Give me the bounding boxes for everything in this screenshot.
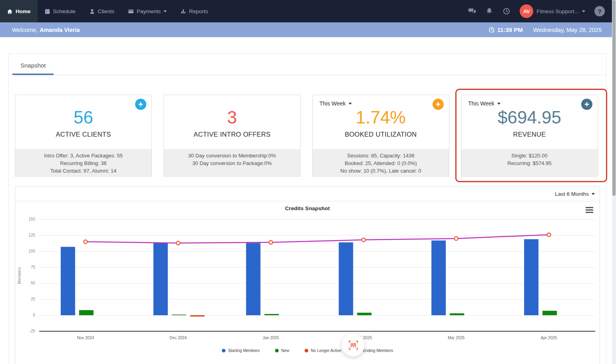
tab-bar: Snapshot — [9, 54, 606, 75]
period-label: This Week — [319, 100, 346, 107]
chart-body: Credits Snapshot 1501251007550250-25Memb… — [15, 201, 600, 364]
legend-item[interactable]: New — [275, 348, 289, 353]
top-navbar: Home Schedule Clients Payments Reports — [0, 0, 616, 22]
svg-text:150: 150 — [28, 217, 35, 221]
barcode-icon — [347, 339, 359, 351]
card-footer: Intro Offer: 3, Active Packages: 55 Recu… — [15, 149, 152, 176]
chevron-down-icon — [592, 193, 595, 195]
svg-text:-25: -25 — [30, 329, 36, 333]
footer-line: Intro Offer: 3, Active Packages: 55 — [15, 152, 152, 159]
stat-value: 1.74% — [356, 109, 406, 126]
svg-text:Apr 2025: Apr 2025 — [541, 336, 557, 340]
svg-text:Dec 2024: Dec 2024 — [169, 336, 187, 340]
range-selector-dropdown[interactable]: Last 6 Months — [555, 191, 595, 197]
history-button[interactable] — [502, 7, 510, 15]
plus-icon — [138, 101, 144, 107]
nav-item-home[interactable]: Home — [0, 0, 38, 22]
legend-dot — [305, 349, 308, 352]
card-top: 56 ACTIVE CLIENTS — [15, 95, 152, 149]
legend-label: Starting Members — [228, 348, 260, 353]
stat-label: BOOKED UTILIZATION — [345, 131, 417, 138]
card-footer: Single: $120.00 Recurring: $574.95 — [461, 149, 598, 176]
plus-icon — [435, 101, 441, 107]
add-button[interactable] — [581, 99, 592, 110]
period-dropdown[interactable]: This Week — [468, 100, 500, 107]
svg-text:75: 75 — [31, 265, 36, 269]
stat-value: 3 — [227, 109, 237, 126]
chat-icon — [468, 7, 476, 15]
plus-icon — [584, 101, 590, 107]
stat-label: REVENUE — [513, 131, 546, 138]
nav-item-label: Schedule — [53, 8, 76, 14]
person-icon — [89, 8, 95, 14]
period-dropdown[interactable]: This Week — [319, 100, 352, 107]
nav-item-label: Reports — [189, 8, 208, 14]
footer-line: 30 Day conversion to Membership:0% — [164, 152, 300, 159]
stat-label: ACTIVE INTRO OFFERS — [193, 131, 271, 138]
footer-line: Sessions: 85, Capacity: 1436 — [313, 152, 449, 159]
footer-line: Recurring Billing: 36 — [15, 159, 152, 167]
welcome-message: Welcome, Amanda Vieria — [12, 27, 80, 33]
nav-item-schedule[interactable]: Schedule — [38, 0, 82, 22]
card-top: This Week 1.74% BOOKED UTILIZATION — [313, 95, 449, 149]
messages-button[interactable] — [468, 7, 476, 15]
help-button[interactable]: ? — [594, 6, 605, 16]
chart-legend: Starting MembersNewNo Longer ActiveEndin… — [15, 348, 600, 353]
chevron-down-icon — [497, 103, 500, 105]
chart-header: Last 6 Months — [15, 187, 600, 201]
nav-actions: AV Fitness Support... ? — [468, 0, 616, 22]
notifications-button[interactable] — [485, 7, 493, 15]
scanner-badge-button[interactable] — [342, 334, 365, 356]
datetime-group: 11:39 PM Wednesday, May 28, 2025 — [488, 26, 602, 33]
svg-text:100: 100 — [28, 249, 35, 253]
legend-dot — [275, 349, 279, 352]
chart-menu-button[interactable] — [586, 207, 593, 213]
greeting-text: Welcome, — [12, 27, 38, 33]
bell-icon — [485, 7, 493, 15]
scrollbar-thumb[interactable] — [612, 0, 616, 196]
nav-item-payments[interactable]: Payments — [121, 0, 173, 22]
current-date: Wednesday, May 28, 2025 — [533, 27, 602, 33]
card-footer: 30 Day conversion to Membership:0% 30 Da… — [164, 149, 300, 176]
footer-line: Recurring: $574.95 — [461, 159, 598, 167]
tab-snapshot[interactable]: Snapshot — [12, 56, 54, 75]
nav-item-label: Payments — [137, 8, 161, 14]
welcome-bar: Welcome, Amanda Vieria 11:39 PM Wednesda… — [0, 22, 616, 37]
active-intro-offers-card: 3 ACTIVE INTRO OFFERS 30 Day conversion … — [163, 95, 301, 177]
clock-icon — [502, 7, 510, 15]
add-button[interactable] — [433, 99, 444, 110]
legend-item[interactable]: No Longer Active — [305, 348, 341, 353]
chevron-down-icon — [163, 10, 167, 12]
svg-text:25: 25 — [31, 297, 36, 301]
legend-label: Ending Members — [363, 348, 393, 353]
booked-utilization-card: This Week 1.74% BOOKED UTILIZATION Sessi… — [312, 95, 449, 177]
account-menu[interactable]: AV Fitness Support... — [520, 4, 585, 18]
stat-value: $694.95 — [498, 109, 561, 126]
legend-item[interactable]: Starting Members — [222, 348, 260, 353]
stat-label: ACTIVE CLIENTS — [56, 131, 111, 138]
nav-menu: Home Schedule Clients Payments Reports — [0, 0, 215, 22]
footer-line: Single: $120.00 — [461, 152, 598, 159]
credit-card-icon — [128, 8, 134, 14]
time-text: 11:39 PM — [497, 26, 523, 33]
bar-chart-icon — [180, 8, 186, 14]
svg-text:0: 0 — [33, 313, 35, 317]
footer-line: Booked: 25, Attended: 0 (0.0%) — [313, 159, 449, 167]
card-top: This Week $694.95 REVENUE — [461, 95, 598, 149]
chart-title: Credits Snapshot — [15, 205, 600, 211]
revenue-card: This Week $694.95 REVENUE Single: $120.0… — [461, 95, 598, 177]
avatar[interactable]: AV — [520, 4, 533, 18]
user-name: Amanda Vieria — [40, 27, 80, 33]
vertical-scrollbar[interactable] — [612, 0, 616, 364]
svg-text:Nov 2024: Nov 2024 — [77, 336, 94, 340]
range-label: Last 6 Months — [555, 191, 589, 197]
add-button[interactable] — [135, 99, 146, 110]
nav-item-reports[interactable]: Reports — [173, 0, 215, 22]
svg-text:Mar 2025: Mar 2025 — [448, 336, 465, 340]
nav-item-clients[interactable]: Clients — [82, 0, 121, 22]
active-clients-card: 56 ACTIVE CLIENTS Intro Offer: 3, Active… — [15, 95, 152, 177]
svg-text:125: 125 — [28, 233, 35, 237]
account-name: Fitness Support... — [536, 8, 579, 14]
period-label: This Week — [468, 100, 494, 107]
nav-item-label: Home — [16, 8, 31, 14]
